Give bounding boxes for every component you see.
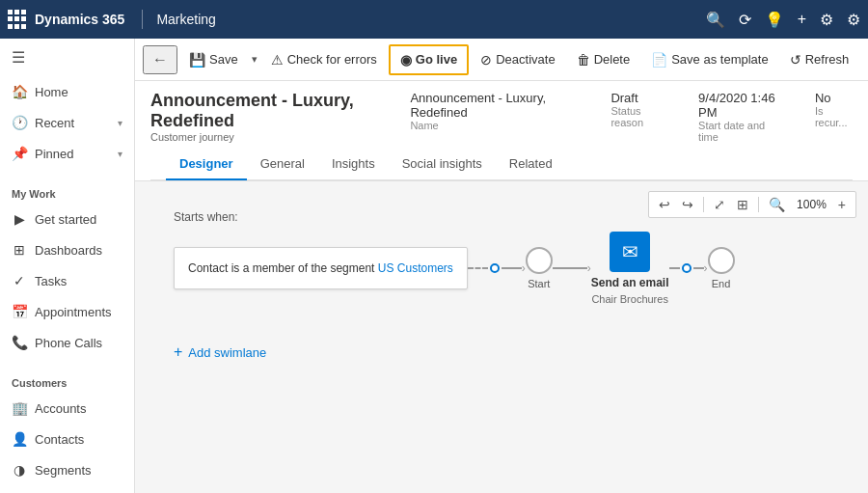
brand-name[interactable]: Dynamics 365 bbox=[35, 12, 124, 27]
dashed-line bbox=[468, 267, 488, 269]
delete-button[interactable]: 🗑 Delete bbox=[567, 46, 640, 73]
sidebar-item-contacts[interactable]: 👤 Contacts bbox=[0, 424, 134, 454]
zoom-out-button[interactable]: 🔍 bbox=[765, 195, 789, 214]
end-node[interactable]: End bbox=[708, 247, 735, 289]
sidebar-item-accounts[interactable]: 🏢 Accounts bbox=[0, 393, 134, 424]
sidebar-item-segments[interactable]: ◑ Segments bbox=[0, 454, 134, 485]
tab-insights[interactable]: Insights bbox=[318, 149, 389, 180]
save-dropdown[interactable]: ▾ bbox=[250, 49, 259, 69]
refresh-icon: ↺ bbox=[790, 52, 801, 68]
undo-button[interactable]: ↩ bbox=[655, 195, 674, 214]
add-swimlane-button[interactable]: + Add swimlane bbox=[174, 343, 829, 361]
pin-icon: 📌 bbox=[12, 146, 27, 161]
nav-divider bbox=[142, 10, 143, 29]
play-icon: ▶ bbox=[12, 211, 27, 227]
solid-line bbox=[553, 267, 587, 269]
sidebar-item-phone-calls[interactable]: 📞 Phone Calls bbox=[0, 327, 134, 358]
line bbox=[502, 267, 522, 269]
building-icon: 🏢 bbox=[12, 400, 27, 416]
back-button[interactable]: ← bbox=[143, 45, 177, 74]
recent-icon: 🕐 bbox=[12, 115, 27, 130]
segment-icon: ◑ bbox=[12, 462, 27, 478]
end-label: End bbox=[712, 278, 731, 289]
refresh-button[interactable]: ↺ Refresh bbox=[780, 46, 859, 73]
tab-social-insights[interactable]: Social insights bbox=[389, 149, 496, 180]
go-live-button[interactable]: ◉ Go live bbox=[389, 44, 469, 75]
save-button[interactable]: 💾 Save bbox=[179, 46, 248, 73]
solid-line bbox=[669, 267, 680, 269]
canvas-area: ↩ ↪ ⤢ ⊞ 🔍 100% + Starts when: Contact is… bbox=[135, 181, 868, 493]
person-icon: 👤 bbox=[12, 431, 27, 447]
section-label-mywork: My Work bbox=[0, 177, 134, 204]
go-live-icon: ◉ bbox=[400, 52, 412, 68]
template-icon: 📄 bbox=[651, 52, 667, 68]
deactivate-icon: ⊘ bbox=[480, 52, 492, 68]
zoom-in-button[interactable]: + bbox=[834, 195, 850, 214]
save-template-button[interactable]: 📄 Save as template bbox=[641, 46, 777, 73]
sidebar-item-tasks[interactable]: ✓ Tasks bbox=[0, 265, 134, 296]
phone-icon: 📞 bbox=[12, 335, 27, 350]
meta-recur: No Is recur... bbox=[815, 91, 853, 143]
sidebar-item-pinned[interactable]: 📌 Pinned ▾ bbox=[0, 138, 134, 169]
connector-to-email: › bbox=[553, 261, 591, 275]
sidebar-item-get-started[interactable]: ▶ Get started bbox=[0, 204, 134, 234]
dot-node bbox=[682, 263, 692, 273]
start-circle bbox=[526, 247, 553, 274]
redo-button[interactable]: ↪ bbox=[678, 195, 697, 214]
tab-related[interactable]: Related bbox=[496, 149, 566, 180]
segment-box: Contact is a member of the segment US Cu… bbox=[174, 247, 468, 289]
connector-to-start: › bbox=[468, 261, 526, 275]
page-title-row: Announcement - Luxury, Redefined Custome… bbox=[150, 91, 853, 149]
chevron-down-icon: ▾ bbox=[118, 118, 122, 128]
trash-icon: 🗑 bbox=[577, 52, 590, 68]
page-header: Announcement - Luxury, Redefined Custome… bbox=[135, 81, 868, 181]
plus-icon[interactable]: + bbox=[798, 11, 806, 28]
deactivate-button[interactable]: ⊘ Deactivate bbox=[471, 46, 564, 73]
sidebar-item-dashboards[interactable]: ⊞ Dashboards bbox=[0, 234, 134, 265]
email-node-title: Send an email bbox=[591, 276, 669, 289]
hamburger-icon[interactable]: ☰ bbox=[0, 39, 134, 76]
plus-icon: + bbox=[174, 343, 182, 361]
email-node-subtitle: Chair Brochures bbox=[591, 293, 667, 305]
filter-icon[interactable]: ⚙ bbox=[820, 11, 833, 29]
arrow-icon: › bbox=[522, 261, 526, 275]
grid-button[interactable]: ⊞ bbox=[733, 195, 752, 214]
sidebar-item-recent[interactable]: 🕐 Recent ▾ bbox=[0, 107, 134, 138]
sidebar-item-home[interactable]: 🏠 Home bbox=[0, 76, 134, 107]
meta-status: Draft Status reason bbox=[610, 91, 667, 143]
email-node[interactable]: ✉ Send an email Chair Brochures bbox=[591, 232, 669, 305]
zoom-level: 100% bbox=[793, 198, 830, 211]
segment-link[interactable]: US Customers bbox=[378, 261, 453, 275]
expand-button[interactable]: ⤢ bbox=[710, 195, 729, 214]
page-meta: Announcement - Luxury, Redefined Name Dr… bbox=[410, 91, 853, 143]
toolbar-divider bbox=[703, 197, 704, 212]
meta-name: Announcement - Luxury, Redefined Name bbox=[410, 91, 580, 143]
tab-designer[interactable]: Designer bbox=[166, 149, 247, 180]
check-errors-button[interactable]: ⚠ Check for errors bbox=[261, 46, 387, 73]
circle-arrow-icon[interactable]: ⟳ bbox=[739, 11, 751, 29]
sidebar-item-subscription-lists[interactable]: ☰ Subscription lists bbox=[0, 485, 134, 493]
title-block: Announcement - Luxury, Redefined Custome… bbox=[150, 91, 410, 149]
toolbar-divider bbox=[758, 197, 759, 212]
journey-row: Contact is a member of the segment US Cu… bbox=[174, 232, 829, 305]
command-bar: ← 💾 Save ▾ ⚠ Check for errors ◉ Go live … bbox=[135, 39, 868, 81]
end-circle bbox=[708, 247, 735, 274]
settings-icon[interactable]: ⚙ bbox=[847, 11, 860, 29]
assign-button[interactable]: 👤 Assign bbox=[860, 46, 868, 73]
start-label: Start bbox=[528, 278, 550, 289]
nav-icons: 🔍 ⟳ 💡 + ⚙ ⚙ bbox=[706, 11, 860, 29]
page-title: Announcement - Luxury, Redefined bbox=[150, 91, 410, 131]
lightbulb-icon[interactable]: 💡 bbox=[765, 11, 784, 29]
connector-to-end: › bbox=[669, 261, 708, 275]
dot-node bbox=[490, 263, 500, 273]
sidebar-item-appointments[interactable]: 📅 Appointments bbox=[0, 296, 134, 327]
search-icon[interactable]: 🔍 bbox=[706, 11, 725, 29]
chevron-down-icon: ▾ bbox=[118, 149, 122, 159]
task-icon: ✓ bbox=[12, 273, 27, 288]
layout: ☰ 🏠 Home 🕐 Recent ▾ 📌 Pinned ▾ My Work ▶… bbox=[0, 39, 868, 493]
tab-general[interactable]: General bbox=[247, 149, 318, 180]
waffle-menu[interactable] bbox=[8, 10, 27, 29]
main-content: ← 💾 Save ▾ ⚠ Check for errors ◉ Go live … bbox=[135, 39, 868, 493]
page-subtitle: Customer journey bbox=[150, 131, 410, 143]
start-node[interactable]: Start bbox=[526, 247, 553, 289]
